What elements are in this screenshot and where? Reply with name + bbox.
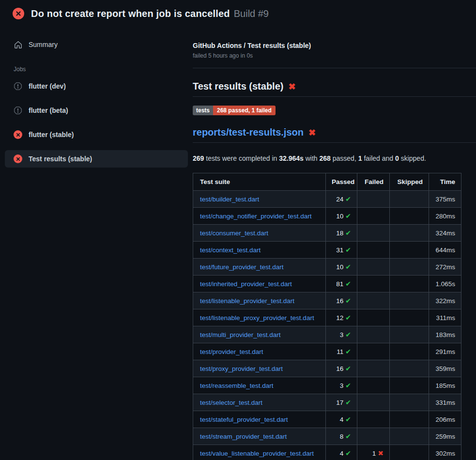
suite-link[interactable]: test/reassemble_test.dart: [200, 382, 274, 389]
table-row: test/proxy_provider_test.dart16✔359ms: [193, 360, 461, 377]
passed-cell: 16✔: [326, 292, 357, 309]
col-header-time: Time: [429, 173, 461, 191]
suite-cell: test/context_test.dart: [193, 242, 326, 259]
table-row: test/inherited_provider_test.dart81✔1.06…: [193, 276, 461, 292]
passed-count: 10: [336, 263, 343, 271]
sidebar-item-label: Summary: [29, 41, 58, 48]
sidebar-item-job[interactable]: flutter (dev): [5, 77, 188, 95]
report-file-link[interactable]: reports/test-results.json: [193, 127, 304, 138]
check-icon: ✔: [345, 432, 351, 440]
time-cell: 272ms: [429, 259, 461, 276]
failed-cell: [357, 326, 390, 343]
time-cell: 311ms: [429, 309, 461, 326]
passed-cell: 11✔: [326, 343, 357, 360]
suite-link[interactable]: test/listenable_proxy_provider_test.dart: [200, 314, 314, 322]
table-header-row: Test suite Passed Failed Skipped Time: [193, 173, 461, 191]
skipped-cell: [390, 292, 429, 309]
passed-cell: 8✔: [326, 428, 357, 445]
tests-badge[interactable]: tests 268 passed, 1 failed: [193, 106, 276, 115]
passed-count: 3: [340, 382, 344, 389]
suite-link[interactable]: test/future_provider_test.dart: [200, 263, 284, 271]
summary-segment: with: [304, 154, 320, 162]
suite-cell: test/multi_provider_test.dart: [193, 326, 326, 343]
table-row: test/value_listenable_provider_test.dart…: [193, 445, 461, 460]
time-cell: 1.065s: [429, 276, 461, 292]
failed-cell: [357, 242, 390, 259]
time-cell: 359ms: [429, 360, 461, 377]
passed-cell: 81✔: [326, 276, 357, 292]
sidebar-item-label: flutter (beta): [29, 107, 68, 114]
section-title: Test results (stable): [193, 81, 283, 92]
suite-link[interactable]: test/consumer_test.dart: [200, 230, 268, 237]
check-icon: ✔: [345, 263, 351, 271]
check-icon: ✔: [345, 365, 351, 372]
passed-cell: 16✔: [326, 360, 357, 377]
run-meta: failed 5 hours ago in 0s: [193, 52, 476, 59]
section-heading: Test results (stable) ✖: [193, 81, 476, 97]
col-header-suite: Test suite: [193, 173, 326, 191]
passed-cell: 24✔: [326, 191, 357, 208]
table-row: test/context_test.dart31✔644ms: [193, 242, 461, 259]
cross-icon: ✖: [378, 449, 384, 457]
summary-line: 269 tests were completed in 32.964s with…: [193, 154, 476, 162]
check-icon: ✔: [345, 297, 351, 305]
skipped-cell: [390, 276, 429, 292]
sidebar: Summary Jobs flutter (dev)flutter (beta)…: [0, 26, 193, 168]
skipped-cell: [390, 428, 429, 445]
x-circle-icon: [13, 8, 24, 19]
time-cell: 259ms: [429, 428, 461, 445]
suite-cell: test/change_notifier_provider_test.dart: [193, 208, 326, 225]
suite-link[interactable]: test/context_test.dart: [200, 246, 261, 254]
passed-count: 17: [336, 399, 343, 406]
failed-cell: [357, 259, 390, 276]
passed-cell: 12✔: [326, 309, 357, 326]
suite-link[interactable]: test/change_notifier_provider_test.dart: [200, 213, 311, 220]
passed-cell: 3✔: [326, 326, 357, 343]
failed-cell: [357, 428, 390, 445]
passed-count: 8: [340, 433, 344, 440]
check-icon: ✔: [345, 382, 351, 389]
sidebar-item-job[interactable]: Test results (stable): [5, 150, 188, 168]
summary-segment: 269: [193, 154, 204, 162]
sidebar-item-job[interactable]: flutter (stable): [5, 126, 188, 143]
suite-link[interactable]: test/listenable_provider_test.dart: [200, 297, 294, 305]
passed-count: 10: [336, 213, 343, 220]
jobs-section-label: Jobs: [5, 62, 188, 77]
suite-cell: test/selector_test.dart: [193, 394, 326, 411]
skipped-cell: [390, 259, 429, 276]
skipped-cell: [390, 242, 429, 259]
skipped-cell: [390, 326, 429, 343]
summary-segment: 268: [320, 154, 331, 162]
suite-link[interactable]: test/value_listenable_provider_test.dart: [200, 450, 314, 457]
failed-cell: [357, 411, 390, 428]
report-heading: reports/test-results.json ✖: [193, 127, 476, 143]
summary-segment: failed and: [362, 154, 396, 162]
time-cell: 206ms: [429, 411, 461, 428]
suite-cell: test/provider_test.dart: [193, 343, 326, 360]
passed-count: 11: [337, 348, 343, 355]
failed-cell: [357, 343, 390, 360]
x-circle-icon: [14, 130, 22, 139]
suite-link[interactable]: test/stateful_provider_test.dart: [200, 416, 288, 423]
suite-link[interactable]: test/provider_test.dart: [200, 348, 263, 355]
time-cell: 280ms: [429, 208, 461, 225]
suite-link[interactable]: test/selector_test.dart: [200, 399, 262, 406]
sidebar-item-job[interactable]: flutter (beta): [5, 102, 188, 119]
suite-cell: test/stateful_provider_test.dart: [193, 411, 326, 428]
suite-link[interactable]: test/proxy_provider_test.dart: [200, 365, 283, 372]
suite-link[interactable]: test/multi_provider_test.dart: [200, 331, 281, 338]
suite-link[interactable]: test/stream_provider_test.dart: [200, 433, 287, 440]
passed-cell: 4✔: [326, 445, 357, 460]
passed-cell: 31✔: [326, 242, 357, 259]
skipped-cell: [390, 377, 429, 394]
table-row: test/builder_test.dart24✔375ms: [193, 191, 461, 208]
suite-link[interactable]: test/builder_test.dart: [200, 196, 259, 203]
sidebar-item-label: Test results (stable): [29, 155, 92, 163]
failed-cell: [357, 360, 390, 377]
suite-cell: test/stream_provider_test.dart: [193, 428, 326, 445]
skipped-cell: [390, 411, 429, 428]
passed-count: 4: [340, 416, 344, 423]
sidebar-item-summary[interactable]: Summary: [5, 36, 188, 53]
suite-link[interactable]: test/inherited_provider_test.dart: [200, 280, 292, 288]
table-row: test/stream_provider_test.dart8✔259ms: [193, 428, 461, 445]
